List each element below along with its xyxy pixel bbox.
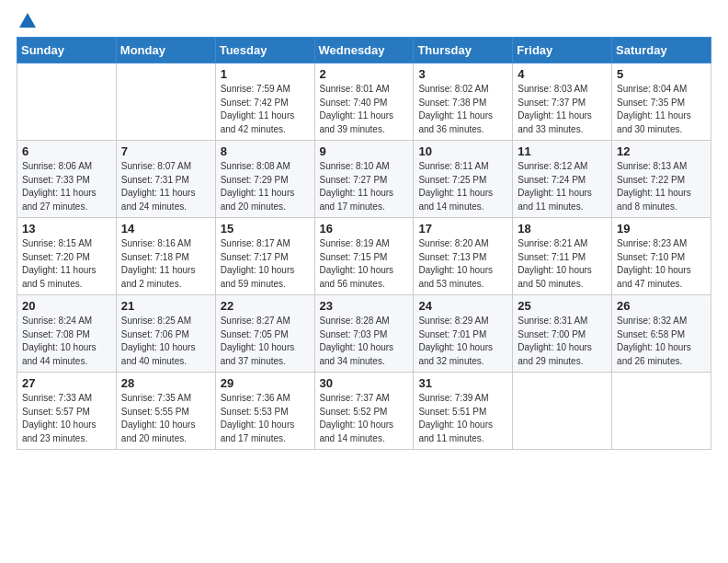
day-info: Sunrise: 8:08 AMSunset: 7:29 PMDaylight:… [221, 160, 310, 213]
calendar-cell: 18Sunrise: 8:21 AMSunset: 7:11 PMDayligh… [513, 218, 612, 295]
calendar-cell: 31Sunrise: 7:39 AMSunset: 5:51 PMDayligh… [414, 373, 513, 450]
col-header-friday: Friday [513, 38, 612, 63]
calendar-cell: 13Sunrise: 8:15 AMSunset: 7:20 PMDayligh… [17, 218, 117, 295]
calendar-cell: 3Sunrise: 8:02 AMSunset: 7:38 PMDaylight… [414, 63, 513, 141]
day-number: 13 [22, 222, 111, 236]
day-info: Sunrise: 8:28 AMSunset: 7:03 PMDaylight:… [320, 315, 409, 368]
calendar-cell: 25Sunrise: 8:31 AMSunset: 7:00 PMDayligh… [513, 295, 612, 373]
day-info: Sunrise: 8:01 AMSunset: 7:40 PMDaylight:… [320, 83, 409, 136]
day-info: Sunrise: 8:31 AMSunset: 7:00 PMDaylight:… [518, 315, 607, 368]
day-number: 16 [320, 222, 409, 236]
calendar-cell: 4Sunrise: 8:03 AMSunset: 7:37 PMDaylight… [513, 63, 612, 141]
day-number: 8 [221, 144, 310, 158]
calendar-cell: 28Sunrise: 7:35 AMSunset: 5:55 PMDayligh… [116, 373, 215, 450]
day-info: Sunrise: 7:35 AMSunset: 5:55 PMDaylight:… [121, 392, 210, 445]
day-info: Sunrise: 8:24 AMSunset: 7:08 PMDaylight:… [22, 315, 111, 368]
calendar-cell: 1Sunrise: 7:59 AMSunset: 7:42 PMDaylight… [215, 63, 314, 141]
calendar-cell: 16Sunrise: 8:19 AMSunset: 7:15 PMDayligh… [314, 218, 414, 295]
day-number: 22 [221, 299, 310, 313]
calendar-cell: 29Sunrise: 7:36 AMSunset: 5:53 PMDayligh… [215, 373, 314, 450]
day-number: 27 [22, 376, 111, 390]
col-header-thursday: Thursday [414, 38, 513, 63]
calendar-cell [116, 63, 215, 141]
calendar-cell: 6Sunrise: 8:06 AMSunset: 7:33 PMDaylight… [17, 141, 117, 218]
day-info: Sunrise: 8:03 AMSunset: 7:37 PMDaylight:… [518, 83, 607, 136]
day-info: Sunrise: 8:10 AMSunset: 7:27 PMDaylight:… [320, 160, 409, 213]
day-number: 4 [518, 67, 607, 81]
day-number: 10 [418, 144, 507, 158]
day-info: Sunrise: 7:37 AMSunset: 5:52 PMDaylight:… [320, 392, 409, 445]
calendar-week-row: 13Sunrise: 8:15 AMSunset: 7:20 PMDayligh… [17, 218, 711, 295]
day-info: Sunrise: 8:15 AMSunset: 7:20 PMDaylight:… [22, 237, 111, 291]
day-number: 17 [418, 222, 507, 236]
col-header-sunday: Sunday [17, 38, 117, 63]
day-number: 2 [320, 67, 409, 81]
calendar-table: SundayMondayTuesdayWednesdayThursdayFrid… [17, 37, 711, 450]
day-info: Sunrise: 8:25 AMSunset: 7:06 PMDaylight:… [121, 315, 210, 368]
day-info: Sunrise: 8:29 AMSunset: 7:01 PMDaylight:… [418, 315, 507, 368]
col-header-tuesday: Tuesday [215, 38, 314, 63]
logo [17, 17, 36, 28]
day-info: Sunrise: 7:59 AMSunset: 7:42 PMDaylight:… [221, 83, 310, 136]
day-number: 15 [221, 222, 310, 236]
calendar-cell: 5Sunrise: 8:04 AMSunset: 7:35 PMDaylight… [612, 63, 711, 141]
calendar-week-row: 1Sunrise: 7:59 AMSunset: 7:42 PMDaylight… [17, 63, 711, 141]
day-number: 23 [320, 299, 409, 313]
day-number: 7 [121, 144, 210, 158]
day-number: 31 [418, 376, 507, 390]
calendar-cell: 26Sunrise: 8:32 AMSunset: 6:58 PMDayligh… [612, 295, 711, 373]
day-number: 30 [320, 376, 409, 390]
day-info: Sunrise: 8:13 AMSunset: 7:22 PMDaylight:… [617, 160, 706, 213]
page: SundayMondayTuesdayWednesdayThursdayFrid… [0, 0, 728, 563]
day-info: Sunrise: 8:32 AMSunset: 6:58 PMDaylight:… [617, 315, 706, 368]
day-info: Sunrise: 8:06 AMSunset: 7:33 PMDaylight:… [22, 160, 111, 213]
logo-triangle-icon [19, 13, 36, 28]
calendar-cell: 20Sunrise: 8:24 AMSunset: 7:08 PMDayligh… [17, 295, 117, 373]
calendar-cell: 9Sunrise: 8:10 AMSunset: 7:27 PMDaylight… [314, 141, 414, 218]
calendar-week-row: 20Sunrise: 8:24 AMSunset: 7:08 PMDayligh… [17, 295, 711, 373]
day-info: Sunrise: 8:12 AMSunset: 7:24 PMDaylight:… [518, 160, 607, 213]
day-number: 9 [320, 144, 409, 158]
calendar-cell: 17Sunrise: 8:20 AMSunset: 7:13 PMDayligh… [414, 218, 513, 295]
col-header-monday: Monday [116, 38, 215, 63]
calendar-cell: 24Sunrise: 8:29 AMSunset: 7:01 PMDayligh… [414, 295, 513, 373]
day-number: 11 [518, 144, 607, 158]
day-number: 28 [121, 376, 210, 390]
day-number: 14 [121, 222, 210, 236]
calendar-cell [17, 63, 117, 141]
calendar-cell: 8Sunrise: 8:08 AMSunset: 7:29 PMDaylight… [215, 141, 314, 218]
calendar-cell: 7Sunrise: 8:07 AMSunset: 7:31 PMDaylight… [116, 141, 215, 218]
calendar-week-row: 27Sunrise: 7:33 AMSunset: 5:57 PMDayligh… [17, 373, 711, 450]
day-number: 24 [418, 299, 507, 313]
calendar-cell: 19Sunrise: 8:23 AMSunset: 7:10 PMDayligh… [612, 218, 711, 295]
day-number: 3 [418, 67, 507, 81]
day-info: Sunrise: 8:11 AMSunset: 7:25 PMDaylight:… [418, 160, 507, 213]
day-number: 12 [617, 144, 706, 158]
day-info: Sunrise: 8:20 AMSunset: 7:13 PMDaylight:… [418, 237, 507, 291]
day-info: Sunrise: 8:04 AMSunset: 7:35 PMDaylight:… [617, 83, 706, 136]
calendar-cell: 10Sunrise: 8:11 AMSunset: 7:25 PMDayligh… [414, 141, 513, 218]
day-info: Sunrise: 8:07 AMSunset: 7:31 PMDaylight:… [121, 160, 210, 213]
day-info: Sunrise: 7:33 AMSunset: 5:57 PMDaylight:… [22, 392, 111, 445]
day-info: Sunrise: 8:16 AMSunset: 7:18 PMDaylight:… [121, 237, 210, 291]
day-info: Sunrise: 8:17 AMSunset: 7:17 PMDaylight:… [221, 237, 310, 291]
day-info: Sunrise: 8:19 AMSunset: 7:15 PMDaylight:… [320, 237, 409, 291]
day-number: 29 [221, 376, 310, 390]
calendar-cell [513, 373, 612, 450]
calendar-cell: 23Sunrise: 8:28 AMSunset: 7:03 PMDayligh… [314, 295, 414, 373]
calendar-cell: 2Sunrise: 8:01 AMSunset: 7:40 PMDaylight… [314, 63, 414, 141]
calendar-cell: 27Sunrise: 7:33 AMSunset: 5:57 PMDayligh… [17, 373, 117, 450]
calendar-cell: 11Sunrise: 8:12 AMSunset: 7:24 PMDayligh… [513, 141, 612, 218]
col-header-saturday: Saturday [612, 38, 711, 63]
calendar-header-row: SundayMondayTuesdayWednesdayThursdayFrid… [17, 38, 711, 63]
day-number: 5 [617, 67, 706, 81]
day-number: 18 [518, 222, 607, 236]
day-info: Sunrise: 8:21 AMSunset: 7:11 PMDaylight:… [518, 237, 607, 291]
calendar-cell [612, 373, 711, 450]
calendar-week-row: 6Sunrise: 8:06 AMSunset: 7:33 PMDaylight… [17, 141, 711, 218]
day-number: 20 [22, 299, 111, 313]
day-info: Sunrise: 8:27 AMSunset: 7:05 PMDaylight:… [221, 315, 310, 368]
day-number: 19 [617, 222, 706, 236]
day-info: Sunrise: 7:36 AMSunset: 5:53 PMDaylight:… [221, 392, 310, 445]
calendar-cell: 14Sunrise: 8:16 AMSunset: 7:18 PMDayligh… [116, 218, 215, 295]
